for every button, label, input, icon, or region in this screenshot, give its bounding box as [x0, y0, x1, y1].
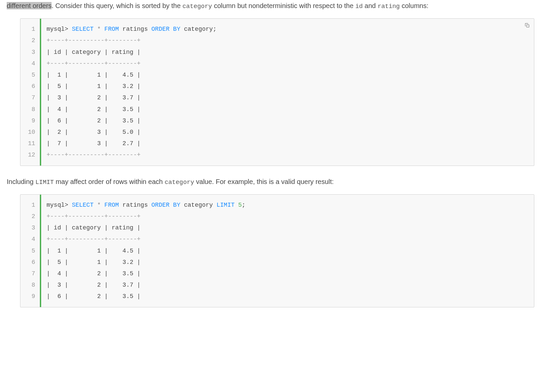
code-row: 2+----+----------+--------+ [20, 35, 534, 46]
line-number: 3 [20, 46, 41, 58]
code-line: +----+----------+--------+ [41, 35, 534, 46]
inline-code-rating: rating [378, 3, 400, 10]
line-number: 4 [20, 58, 41, 69]
line-number: 10 [20, 126, 41, 138]
selected-text: different orders [7, 2, 52, 9]
code-row: 9| 6 | 2 | 3.5 | [20, 115, 534, 126]
code-row: 6| 5 | 1 | 3.2 | [20, 257, 534, 268]
inline-code-limit: LIMIT [35, 179, 54, 186]
line-number: 7 [20, 92, 41, 103]
code-line: | 3 | 2 | 3.7 | [41, 92, 534, 103]
code-row: 1mysql> SELECT * FROM ratings ORDER BY c… [20, 19, 534, 35]
code-row: 1mysql> SELECT * FROM ratings ORDER BY c… [20, 195, 534, 211]
line-number: 1 [20, 195, 41, 211]
code-line: | 5 | 1 | 3.2 | [41, 257, 534, 268]
line-number: 8 [20, 104, 41, 115]
inline-code-category: category [182, 3, 212, 10]
code-row: 3| id | category | rating | [20, 46, 534, 58]
inline-code-id: id [355, 3, 363, 10]
line-number: 12 [20, 149, 41, 165]
code-row: 5| 1 | 1 | 4.5 | [20, 69, 534, 81]
code-listing-1[interactable]: 1mysql> SELECT * FROM ratings ORDER BY c… [20, 19, 534, 165]
code-line: | 4 | 2 | 3.5 | [41, 104, 534, 115]
code-row: 3| id | category | rating | [20, 222, 534, 233]
code-line: | 7 | 3 | 2.7 | [41, 138, 534, 149]
code-line: mysql> SELECT * FROM ratings ORDER BY ca… [41, 19, 534, 35]
code-line: | 6 | 2 | 3.5 | [41, 115, 534, 126]
code-line: | 1 | 1 | 4.5 | [41, 245, 534, 257]
code-line: mysql> SELECT * FROM ratings ORDER BY ca… [41, 195, 534, 211]
code-line: | 2 | 3 | 5.0 | [41, 126, 534, 138]
intro-paragraph: different orders. Consider this query, w… [7, 0, 534, 12]
code-line: +----+----------+--------+ [41, 58, 534, 69]
line-number: 3 [20, 222, 41, 233]
line-number: 5 [20, 245, 41, 257]
code-row: 4+----+----------+--------+ [20, 58, 534, 69]
code-line: | 3 | 2 | 3.7 | [41, 279, 534, 291]
code-row: 6| 5 | 1 | 3.2 | [20, 81, 534, 92]
middle-paragraph: Including LIMIT may affect order of rows… [7, 176, 534, 188]
line-number: 1 [20, 19, 41, 35]
copy-button[interactable] [523, 21, 531, 29]
line-number: 4 [20, 233, 41, 245]
code-line: | 5 | 1 | 3.2 | [41, 81, 534, 92]
line-number: 9 [20, 115, 41, 126]
line-number: 2 [20, 211, 41, 222]
code-row: 7| 4 | 2 | 3.5 | [20, 268, 534, 279]
line-number: 5 [20, 69, 41, 81]
code-line: +----+----------+--------+ [41, 149, 534, 165]
code-block-2: 1mysql> SELECT * FROM ratings ORDER BY c… [20, 194, 534, 307]
code-line: | 6 | 2 | 3.5 | [41, 291, 534, 307]
code-line: | 4 | 2 | 3.5 | [41, 268, 534, 279]
code-row: 10| 2 | 3 | 5.0 | [20, 126, 534, 138]
svg-rect-0 [527, 25, 529, 27]
code-row: 9| 6 | 2 | 3.5 | [20, 291, 534, 307]
code-listing-2[interactable]: 1mysql> SELECT * FROM ratings ORDER BY c… [20, 195, 534, 307]
line-number: 2 [20, 35, 41, 46]
code-row: 5| 1 | 1 | 4.5 | [20, 245, 534, 257]
copy-icon [525, 23, 530, 28]
line-number: 11 [20, 138, 41, 149]
code-row: 11| 7 | 3 | 2.7 | [20, 138, 534, 149]
code-block-1: 1mysql> SELECT * FROM ratings ORDER BY c… [20, 18, 534, 166]
line-number: 6 [20, 257, 41, 268]
line-number: 6 [20, 81, 41, 92]
inline-code-category-2: category [165, 179, 194, 186]
line-number: 9 [20, 291, 41, 307]
code-row: 2+----+----------+--------+ [20, 211, 534, 222]
code-row: 8| 3 | 2 | 3.7 | [20, 279, 534, 291]
code-line: +----+----------+--------+ [41, 211, 534, 222]
line-number: 8 [20, 279, 41, 291]
code-line: | 1 | 1 | 4.5 | [41, 69, 534, 81]
code-row: 12+----+----------+--------+ [20, 149, 534, 165]
line-number: 7 [20, 268, 41, 279]
code-line: | id | category | rating | [41, 222, 534, 233]
code-line: | id | category | rating | [41, 46, 534, 58]
code-row: 7| 3 | 2 | 3.7 | [20, 92, 534, 103]
code-row: 8| 4 | 2 | 3.5 | [20, 104, 534, 115]
code-row: 4+----+----------+--------+ [20, 233, 534, 245]
code-line: +----+----------+--------+ [41, 233, 534, 245]
